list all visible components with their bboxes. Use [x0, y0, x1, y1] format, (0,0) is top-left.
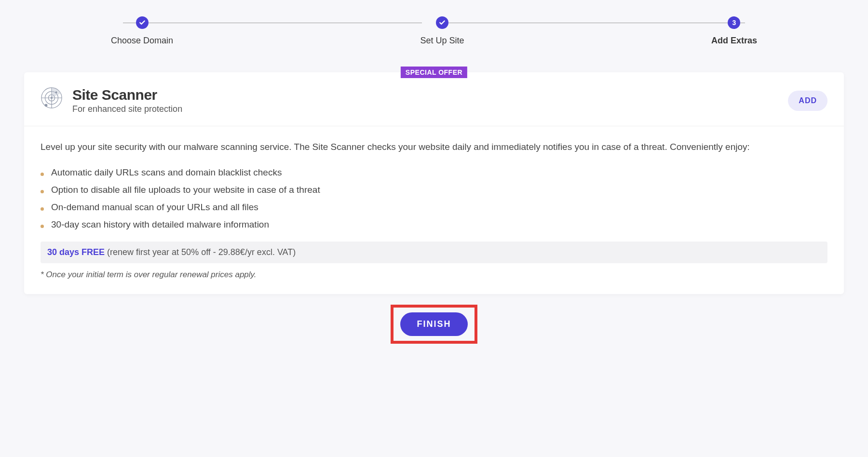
- finish-button[interactable]: FINISH: [400, 312, 467, 336]
- check-icon: [439, 19, 446, 26]
- feature-item: On-demand manual scan of your URLs and a…: [41, 202, 827, 213]
- special-offer-badge: SPECIAL OFFER: [401, 67, 467, 78]
- progress-step-choose-domain[interactable]: Choose Domain: [111, 16, 173, 46]
- progress-connector: [446, 23, 745, 23]
- svg-point-5: [51, 97, 53, 99]
- progress-step-set-up-site[interactable]: Set Up Site: [420, 16, 464, 46]
- progress-step-circle: 3: [728, 16, 740, 29]
- card-title: Site Scanner: [72, 87, 182, 103]
- card-subtitle: For enhanced site protection: [72, 104, 182, 114]
- feature-item: Automatic daily URLs scans and domain bl…: [41, 167, 827, 178]
- price-details: (renew first year at 50% off - 29.88€/yr…: [105, 247, 296, 257]
- svg-point-6: [45, 104, 48, 107]
- feature-list: Automatic daily URLs scans and domain bl…: [41, 167, 827, 230]
- progress-step-label: Add Extras: [711, 36, 757, 46]
- site-scanner-card: Site Scanner For enhanced site protectio…: [24, 72, 844, 294]
- check-icon: [139, 19, 146, 26]
- price-highlight: 30 days FREE: [47, 247, 105, 257]
- progress-step-label: Set Up Site: [420, 36, 464, 46]
- feature-item: 30-day scan history with detailed malwar…: [41, 219, 827, 230]
- radar-icon: [41, 87, 63, 109]
- intro-text: Level up your site security with our mal…: [41, 140, 827, 154]
- card-header: Site Scanner For enhanced site protectio…: [24, 72, 844, 126]
- footnote: * Once your initial term is over regular…: [41, 270, 827, 280]
- progress-step-circle: [136, 16, 149, 29]
- progress-step-circle: [436, 16, 448, 29]
- progress-step-label: Choose Domain: [111, 36, 173, 46]
- add-button[interactable]: ADD: [788, 91, 827, 111]
- svg-point-7: [55, 92, 57, 94]
- wizard-progress: Choose Domain Set Up Site 3 Add Extras: [24, 0, 844, 46]
- card-body: Level up your site security with our mal…: [24, 126, 844, 294]
- finish-highlight-box: FINISH: [391, 305, 477, 344]
- price-bar: 30 days FREE (renew first year at 50% of…: [41, 242, 827, 263]
- progress-step-add-extras[interactable]: 3 Add Extras: [711, 16, 757, 46]
- feature-item: Option to disable all file uploads to yo…: [41, 185, 827, 195]
